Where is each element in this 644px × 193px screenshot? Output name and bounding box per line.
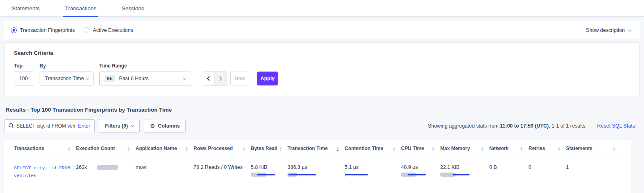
column-header-transactions[interactable]: Transactions [14,146,76,153]
radio-transaction-fingerprints[interactable]: Transaction Fingerprints [11,27,75,33]
sort-icon[interactable] [279,147,282,151]
cpu-time-cell: 40.9 µs [401,164,440,177]
top-select-value: 100 [19,76,28,81]
stats-range: 11:00 to 17:59 (UTC) [500,123,548,129]
columns-label: Columns [158,123,180,129]
time-range-select[interactable]: 6h Past 6 Hours [99,72,191,85]
transactions-table-card: Transactions Execution Count Application… [4,140,631,193]
stats-prefix: Showing aggregated stats from [428,123,500,129]
sort-icon[interactable] [481,147,484,151]
time-range-badge: 6h [105,75,115,82]
reset-sql-stats-link[interactable]: Reset SQL Stats [597,123,635,129]
chevron-right-icon [217,76,222,81]
sort-icon[interactable] [613,147,615,151]
tab-sessions[interactable]: Sessions [120,1,146,17]
top-group: Top 100 [14,63,34,85]
bytes-read-value: 5.8 KiB [251,164,283,170]
search-box[interactable]: Enter [4,119,95,132]
search-input[interactable] [16,123,76,129]
view-toggle-card: Transaction Fingerprints Active Executio… [4,21,640,39]
chevron-down-icon [131,123,134,127]
sort-icon[interactable] [68,147,70,151]
radio-active-executions[interactable]: Active Executions [84,27,133,33]
apply-button[interactable]: Apply [257,72,278,85]
search-criteria-card: Search Criteria Top 100 By Transaction T… [4,43,640,96]
radio-label: Active Executions [93,27,133,33]
search-icon [9,123,14,128]
contention-time-cell: 5.1 µs [345,164,401,177]
sort-icon[interactable] [558,147,560,151]
execution-count-bar [97,165,118,170]
column-header-execution-count[interactable]: Execution Count [76,146,136,153]
transaction-fingerprint-link[interactable]: SELECT city, id FROM vehicles [14,164,76,180]
aggregated-stats-text: Showing aggregated stats from 11:00 to 1… [428,123,586,129]
column-header-application-name[interactable]: Application Name [136,146,194,153]
transaction-time-bar [287,173,318,177]
by-label: By [40,63,94,69]
radio-unselected-icon [84,27,89,33]
column-header-transaction-time[interactable]: Transaction Time [287,146,345,153]
column-header-statements[interactable]: Statements [566,146,621,153]
by-select[interactable]: Transaction Time [40,72,94,85]
sort-icon[interactable] [185,147,188,151]
by-group: By Transaction Time [40,63,94,85]
chevron-down-icon [86,76,89,79]
time-range-group: Time Range 6h Past 6 Hours [99,63,191,85]
now-button[interactable]: Now [230,72,249,85]
chevron-down-icon [183,76,186,79]
rows-processed-cell: 78.2 Reads / 0 Writes [194,164,251,170]
filters-label: Filters (0) [105,123,128,129]
divider [591,121,591,131]
contention-time-value: 5.1 µs [345,164,396,170]
results-toolbar: Enter Filters (0) ⚙ Columns Showing aggr… [4,119,640,132]
cpu-time-bar [401,173,432,177]
column-header-cpu-time[interactable]: CPU Time [401,146,440,153]
show-description-toggle[interactable]: Show description [586,27,631,33]
column-header-contention-time[interactable]: Contention Time [345,146,401,153]
cpu-time-value: 40.9 µs [401,164,435,170]
page-tabbar: Statements Transactions Sessions [0,0,644,17]
search-criteria-controls: Top 100 By Transaction Time Time Range 6… [14,63,630,85]
sort-icon[interactable] [127,147,130,151]
radio-selected-icon [11,27,17,33]
application-name-cell: movr [136,164,194,170]
column-header-network[interactable]: Network [489,146,528,153]
sort-icon[interactable] [243,147,245,151]
chevron-left-icon [207,76,211,81]
table-header-row: Transactions Execution Count Application… [14,140,621,159]
stats-suffix: , 1-1 of 1 results [549,123,586,129]
column-header-rows-processed[interactable]: Rows Processed [194,146,251,153]
bytes-read-cell: 5.8 KiB [251,164,287,177]
top-select[interactable]: 100 [14,72,34,85]
tab-statements[interactable]: Statements [10,1,41,17]
column-header-max-memory[interactable]: Max Memory [440,146,489,153]
statements-cell: 1 [566,164,621,170]
transaction-time-value: 386.3 µs [287,164,340,170]
column-header-bytes-read[interactable]: Bytes Read [251,146,287,153]
time-nav-group [202,72,227,85]
top-label: Top [14,63,34,69]
sort-icon[interactable] [432,147,435,151]
tab-transactions[interactable]: Transactions [63,1,98,17]
bytes-read-bar [251,173,281,177]
columns-button[interactable]: ⚙ Columns [144,119,186,132]
search-enter-button[interactable]: Enter [78,123,90,129]
execution-count-cell: 262k [76,164,136,170]
chevron-down-icon [628,28,631,31]
retries-cell: 0 [528,164,566,170]
transaction-time-cell: 386.3 µs [287,164,345,177]
max-memory-value: 22.1 KiB [440,164,484,170]
sort-icon[interactable] [393,147,395,151]
network-cell: 0 B [489,164,528,170]
sort-icon[interactable] [520,147,523,151]
max-memory-bar [440,173,471,177]
filters-button[interactable]: Filters (0) [99,119,140,132]
table-row: SELECT city, id FROM vehicles 262k movr … [14,159,621,187]
previous-time-window-button[interactable] [202,72,214,85]
next-time-window-button[interactable] [214,72,227,85]
gear-icon: ⚙ [150,123,155,129]
execution-count-value: 262k [76,164,87,170]
sort-icon-descending[interactable] [336,147,339,151]
column-header-retries[interactable]: Retries [528,146,566,153]
search-criteria-title: Search Criteria [14,50,630,56]
